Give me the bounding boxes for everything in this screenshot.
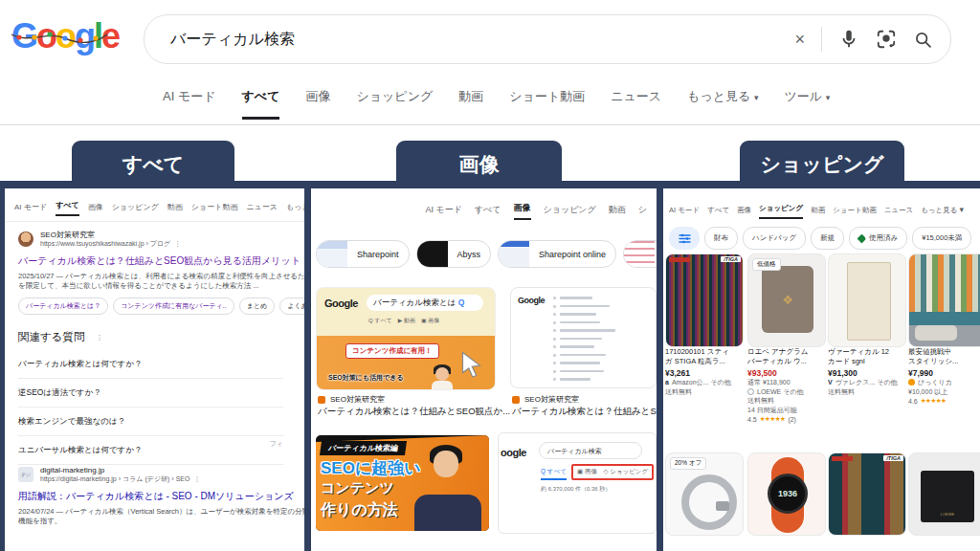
product-price: ¥3,261 — [665, 368, 744, 378]
seller-icon — [908, 379, 915, 386]
kebab-icon: ⋮ — [193, 475, 200, 482]
product-shipping: 送料無料 — [665, 387, 744, 397]
banner-label-shopping: ショッピング — [740, 141, 904, 188]
tab-videos[interactable]: 動画 — [458, 88, 483, 120]
product-image-clamp: 20% オフ — [665, 452, 744, 536]
mini-tab: AI モード — [669, 206, 700, 219]
related-search-chips: Sharepoint Abyss Sharepoint online 検索意図 — [316, 240, 657, 268]
tab-news[interactable]: ニュース — [611, 88, 661, 120]
product-seller: aAmazon公... その他 — [665, 378, 744, 387]
mic-icon[interactable] — [838, 29, 859, 50]
discount-badge: 20% オフ — [670, 457, 706, 470]
image-source: SEO対策研究室 — [512, 394, 579, 405]
thumbnail-banner: バーティカル検索編 — [320, 441, 407, 455]
product-card: 低価格 ❖ ロエベ アナグラムバーティカル ウ... ¥93,500 通常 ¥1… — [747, 253, 826, 423]
related-chip: Abyss — [416, 240, 492, 268]
tab-images[interactable]: 画像 — [305, 88, 330, 120]
valextra-icon: V — [828, 378, 833, 387]
tab-tools[interactable]: ツール ▾ — [784, 88, 830, 120]
people-also-ask: 関連する質問⋮ バーティカル検索とは何ですか？ 逆SEOは適法ですか？ 検索エン… — [18, 330, 283, 465]
mini-tab: すべて — [475, 204, 501, 220]
product-price: ¥91,300 — [828, 368, 906, 378]
source-favicon — [512, 396, 520, 404]
mini-tab: ショート動画 — [833, 206, 877, 219]
product-rating: 4.5★★★★★(2) — [747, 415, 826, 423]
kebab-icon: ⋮ — [97, 334, 103, 342]
tab-ai-mode[interactable]: AI モード — [163, 88, 216, 120]
amazon-icon: a — [665, 378, 669, 387]
mini-tab: もっと — [286, 202, 304, 216]
chip-thumbnail — [624, 241, 655, 267]
filter-chip: ¥15,000未満 — [912, 227, 971, 250]
shopping-filter-chips: 財布 ハンドバッグ 新規 使用済み ¥15,000未満 — [669, 227, 971, 250]
star-icons: ★★★★★ — [921, 397, 947, 405]
chevron-down-icon: ▾ — [754, 93, 759, 102]
loewe-icon — [747, 388, 754, 395]
star-icons: ★★★★★ — [760, 415, 786, 423]
search-input[interactable]: バーティカル検索 — [170, 15, 295, 63]
site-name: digital-marketing.jp — [40, 466, 200, 474]
suggestion-list — [553, 297, 648, 386]
price-badge: 低価格 — [752, 258, 781, 271]
panel-images-tabs: AI モード すべて 画像 ショッピング 動画 シ — [425, 202, 647, 220]
mini-tab: AI モード — [14, 202, 47, 216]
filter-chip: ハンドバッグ — [743, 227, 806, 250]
header-divider — [0, 124, 980, 125]
video-thumbnail: バーティカル検索編 SEOに超強い コンテンツ 作りの方法 — [316, 435, 489, 531]
mini-tab: ショッピング — [112, 202, 159, 216]
product-price: ¥93,500 — [747, 368, 826, 378]
tag-icon — [858, 233, 867, 243]
filter-chip: 使用済み — [849, 227, 907, 250]
search-icon: Q — [458, 298, 465, 307]
mini-tab: ニュース — [884, 206, 914, 219]
lens-icon[interactable] — [876, 29, 897, 50]
filter-tune-chip — [669, 227, 700, 250]
image-result-thumbnail: Google バーティカル検索とは Q Q すべて ▶ 動画 ▣ 画像 コンテン… — [316, 287, 496, 390]
panel-all-tabs: AI モード すべて 画像 ショッピング 動画 ショート動画 ニュース もっと — [14, 200, 304, 216]
product-shipping: 送料無料 — [828, 387, 906, 397]
google-logo-small: oogle — [501, 447, 526, 458]
site-favicon: デジ — [18, 467, 33, 482]
thumbnail-text: 作りの方法 — [321, 500, 398, 520]
mini-tab: 動画 — [811, 206, 825, 219]
clear-icon[interactable]: × — [794, 30, 805, 50]
person-figure — [432, 364, 453, 389]
product-card: 最安値挑戦中スタイリッシ... ¥7,990 びっくりカ ¥10,000 以上 … — [908, 253, 980, 405]
product-seller: Vヴァレクス... その他 — [828, 378, 906, 387]
product-title: ヴァーティカル 12カード sgnl — [828, 347, 906, 365]
product-card: /TIGA 1710200101 スティガ STIGA 粒高ラ... ¥3,26… — [665, 253, 744, 396]
mini-tab: もっと見る ▾ — [921, 205, 964, 219]
google-logo[interactable]: Google — [11, 15, 119, 57]
search-result-tabs: AI モード すべて 画像 ショッピング 動画 ショート動画 ニュース もっと見… — [163, 88, 830, 120]
search-pill: バーティカル検索とは Q — [367, 295, 483, 311]
product-seller: LOEWE その他 — [747, 387, 826, 397]
filter-chip: 財布 — [704, 227, 738, 250]
banner-label-images: 画像 — [396, 141, 562, 188]
google-logo-small: Google — [518, 296, 545, 305]
result-chip: よくある質問 — [279, 298, 304, 315]
search-icon[interactable] — [913, 30, 933, 50]
tab-short-videos[interactable]: ショート動画 — [509, 88, 585, 120]
search-pill: バーティカル検索 — [539, 442, 642, 459]
filter-chip: 新規 — [811, 227, 844, 250]
mini-tab-active: すべて — [56, 200, 79, 216]
chip-thumbnail — [499, 241, 529, 267]
product-title: 1710200101 スティガ STIGA 粒高ラ... — [665, 347, 744, 365]
tab-shopping[interactable]: ショッピング — [356, 88, 433, 120]
image-caption: バーティカル検索とは？仕組みとSEO — [512, 406, 657, 418]
tab-more[interactable]: もっと見る ▾ — [687, 88, 758, 120]
site-avatar — [18, 231, 33, 247]
image-caption: バーティカル検索とは？仕組みとSEO観点か... — [318, 406, 510, 418]
panel-divider-2 — [657, 181, 663, 551]
tab-all[interactable]: すべて — [242, 88, 280, 120]
panel-shopping-results: AI モード すべて 画像 ショッピング 動画 ショート動画 ニュース もっと見… — [663, 188, 980, 551]
result-title: 用語解説：バーティカル検索とは - SEO - DMソリューションズ — [18, 490, 297, 503]
related-chip: Sharepoint — [316, 240, 410, 268]
image-result-thumbnail: oogle バーティカル検索 Q すべて ▣ 画像 ◇ ショッピング 約 6,3… — [498, 432, 657, 534]
result-chip: コンテンツ作成に有用なバーティ.. — [113, 298, 234, 315]
source-favicon — [318, 396, 325, 404]
kebab-icon: ⋮ — [174, 240, 181, 247]
search-bar[interactable]: バーティカル検索 × — [144, 14, 951, 64]
panel-shopping-tabs: AI モード すべて 画像 ショッピング 動画 ショート動画 ニュース もっと見… — [669, 204, 964, 219]
divider — [5, 221, 304, 222]
